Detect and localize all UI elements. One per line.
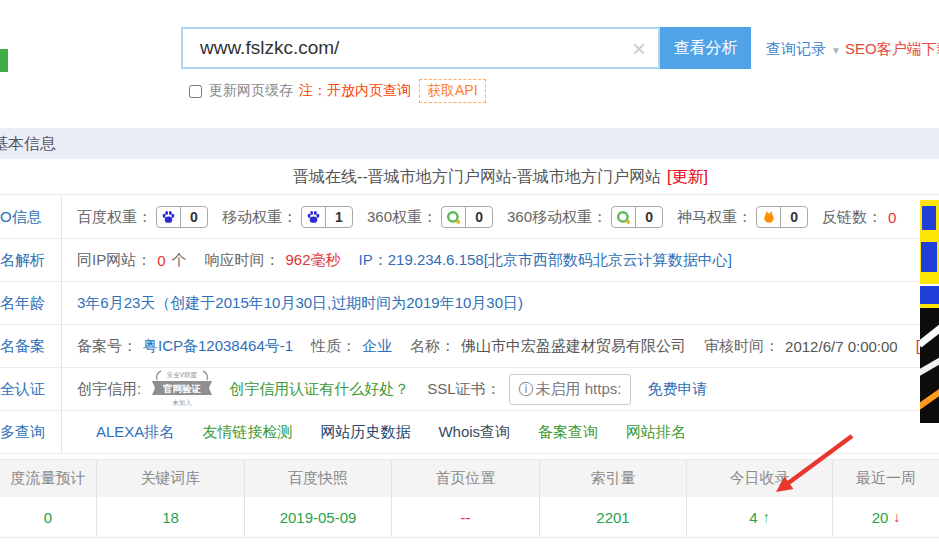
header-index-volume: 索引量 — [540, 460, 687, 497]
header-today-included: 今日收录 — [687, 460, 833, 497]
baidu-snapshot-value[interactable]: 2019-05-09 — [280, 509, 357, 526]
seal-main-text: 官网验证 — [163, 382, 202, 393]
update-cache-label: 更新网页缓存 — [209, 82, 293, 100]
site-rank-link[interactable]: 网站排名 — [626, 423, 686, 442]
icp-name-label: 名称： — [410, 337, 455, 356]
backlinks-label: 反链数： — [822, 208, 882, 227]
header-keyword-count: 关键词库 — [97, 460, 245, 497]
ssl-status-box: ⓘ未启用 https: — [509, 374, 632, 405]
response-time-label: 响应时间： — [205, 251, 280, 270]
header-homepage-position: 首页位置 — [392, 460, 540, 497]
ad-yellow-block — [920, 200, 939, 308]
ssl-status-text: 未启用 https: — [536, 380, 622, 397]
query-history-label: 查询记录 — [766, 40, 826, 57]
icp-number-value[interactable]: 粤ICP备12038464号-1 — [143, 337, 293, 356]
so360-ring-icon — [612, 206, 636, 228]
baidu-weight-value: 0 — [181, 209, 207, 225]
so360-mobile-weight-value: 0 — [636, 209, 662, 225]
index-volume-value[interactable]: 2201 — [596, 509, 629, 526]
header-baidu-traffic: 度流量预计 — [0, 460, 97, 497]
site-title: 晋城在线--晋城市地方门户网站-晋城市地方门户网站 — [293, 168, 661, 185]
open-innerpage-note: 注：开放内页查询 — [299, 82, 411, 100]
logo-fragment — [0, 49, 8, 72]
today-included-value[interactable]: 4 — [749, 509, 757, 526]
security-cert-row: 全认证 创宇信用: 安全V联盟 官网验证 未加入 创宇信用认证有什么好处？ SS… — [0, 368, 939, 411]
seo-client-download-link[interactable]: SEO客户端下载 — [845, 40, 939, 59]
baidu-paw-icon — [302, 206, 326, 228]
domain-age-value: 3年6月23天（创建于2015年10月30日,过期时间为2019年10月30日) — [77, 294, 523, 313]
chevron-down-icon: ▼ — [831, 45, 841, 56]
header-last-week: 最近一周 — [833, 460, 939, 497]
update-cache-checkbox[interactable] — [189, 85, 202, 98]
stats-value-row: 0 18 2019-05-09 -- 2201 4↑ 20↓ — [0, 497, 939, 538]
ssl-apply-link[interactable]: 免费申请 — [647, 380, 707, 399]
response-time-value: 962毫秒 — [286, 251, 341, 270]
section-title: 基本信息 — [0, 128, 56, 159]
seo-query-page: × 查看分析 查询记录▼ SEO客户端下载 更新网页缓存 注：开放内页查询 获取… — [0, 0, 939, 551]
same-ip-value[interactable]: 0 — [157, 252, 165, 269]
so360-mobile-weight-label: 360移动权重： — [507, 208, 607, 227]
get-api-link[interactable]: 获取API — [419, 79, 486, 103]
ad-black-block — [920, 308, 939, 423]
so360-weight-value: 0 — [466, 209, 492, 225]
analyze-button[interactable]: 查看分析 — [660, 27, 751, 69]
seal-top-text: 安全V联盟 — [167, 371, 197, 378]
stats-header-row: 度流量预计 关键词库 百度快照 首页位置 索引量 今日收录 最近一周 — [0, 460, 939, 497]
shenma-weight-value: 0 — [781, 209, 807, 225]
backlinks-value: 0 — [888, 209, 896, 226]
icp-nature-label: 性质： — [311, 337, 356, 356]
header-baidu-snapshot: 百度快照 — [245, 460, 392, 497]
same-ip-unit: 个 — [172, 251, 187, 270]
site-history-link[interactable]: 网站历史数据 — [320, 423, 410, 442]
row-label-age: 名年龄 — [0, 282, 62, 324]
site-title-row: 晋城在线--晋城市地方门户网站-晋城市地方门户网站[更新] — [0, 159, 939, 195]
basic-info-section-header: 基本信息 — [0, 128, 939, 159]
shenma-weight-label: 神马权重： — [677, 208, 752, 227]
credit-benefit-link[interactable]: 创宇信用认证有什么好处？ — [229, 380, 409, 399]
keyword-count-value[interactable]: 18 — [162, 509, 179, 526]
baidu-weight-badge[interactable]: 0 — [156, 206, 208, 228]
shenma-horse-icon — [757, 206, 781, 228]
down-arrow-icon: ↓ — [893, 509, 900, 525]
same-ip-label: 同IP网站： — [77, 251, 151, 270]
ad-banner[interactable] — [920, 200, 939, 423]
info-circle-icon: ⓘ — [519, 380, 534, 397]
query-history-dropdown[interactable]: 查询记录▼ — [766, 40, 841, 59]
icp-record-row: 名备案 备案号： 粤ICP备12038464号-1 性质： 企业 名称： 佛山市… — [0, 325, 939, 368]
icp-audit-label: 审核时间： — [704, 337, 779, 356]
basic-info-table: O信息 百度权重： 0 移动权重： 1 360权重： 0 360移动权重： — [0, 196, 939, 454]
icp-audit-value: 2012/6/7 0:00:00 — [785, 338, 898, 355]
whois-query-link[interactable]: Whois查询 — [438, 423, 510, 442]
row-label-seo: O信息 — [0, 196, 62, 238]
url-input[interactable] — [183, 29, 613, 67]
icp-nature-value[interactable]: 企业 — [362, 337, 392, 356]
row-label-cert: 全认证 — [0, 368, 62, 410]
mobile-weight-badge[interactable]: 1 — [301, 206, 353, 228]
icp-query-link[interactable]: 备案查询 — [538, 423, 598, 442]
homepage-position-value: -- — [461, 509, 471, 526]
shenma-weight-badge[interactable]: 0 — [756, 206, 808, 228]
seo-info-row: O信息 百度权重： 0 移动权重： 1 360权重： 0 360移动权重： — [0, 196, 939, 239]
seal-bottom-text: 未加入 — [172, 398, 192, 405]
clear-icon[interactable]: × — [632, 34, 646, 64]
so360-mobile-weight-badge[interactable]: 0 — [611, 206, 663, 228]
so360-ring-icon — [442, 206, 466, 228]
chuangyu-credit-label: 创宇信用: — [77, 380, 141, 399]
baidu-weight-label: 百度权重： — [77, 208, 152, 227]
row-label-more: 多查询 — [0, 411, 62, 453]
last-week-value[interactable]: 20 — [872, 509, 889, 526]
baidu-traffic-value[interactable]: 0 — [44, 509, 52, 526]
ip-address-link[interactable]: IP：219.234.6.158[北京市西部数码北京云计算数据中心] — [359, 251, 732, 270]
chuangyu-verify-seal[interactable]: 安全V联盟 官网验证 未加入 — [149, 368, 215, 411]
mobile-weight-label: 移动权重： — [222, 208, 297, 227]
mobile-weight-value: 1 — [326, 209, 352, 225]
alexa-rank-link[interactable]: ALEXA排名 — [96, 423, 174, 442]
title-update-link[interactable]: [更新] — [667, 168, 708, 185]
cache-option-row: 更新网页缓存 注：开放内页查询 获取API — [189, 79, 486, 103]
friend-link-check-link[interactable]: 友情链接检测 — [202, 423, 292, 442]
so360-weight-badge[interactable]: 0 — [441, 206, 493, 228]
row-label-dns: 名解析 — [0, 239, 62, 281]
icp-company-name: 佛山市中宏盈盛建材贸易有限公司 — [461, 337, 686, 356]
ssl-cert-label: SSL证书： — [427, 380, 500, 399]
so360-weight-label: 360权重： — [367, 208, 437, 227]
